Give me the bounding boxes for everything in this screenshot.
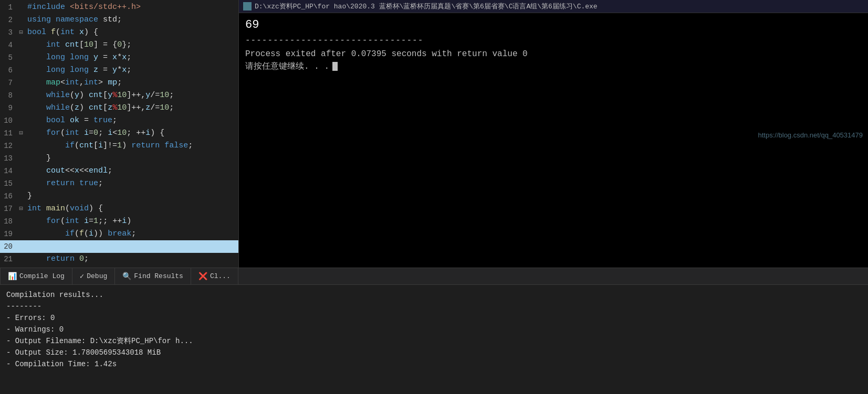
code-line-14: 14 cout<<x<<endl; (0, 165, 238, 177)
line-content-4: int cnt[10] = {0}; (25, 39, 131, 51)
line-num-12: 12 (0, 140, 17, 152)
term-process-line: Process exited after 0.07395 seconds wit… (245, 49, 862, 59)
line-num-8: 8 (0, 89, 17, 102)
compile-line-size: - Output Size: 1.78005695343018 MiB (6, 347, 862, 358)
line-num-3: 3 (0, 26, 17, 39)
line-content-19: if(f(i)) break; (25, 228, 136, 240)
line-content-1: #include <bits/stdc++.h> (25, 1, 141, 14)
code-line-20: 20 (0, 240, 238, 253)
code-line-2: 2 using namespace std; (0, 14, 238, 26)
line-num-19: 19 (0, 228, 17, 240)
line-num-5: 5 (0, 51, 17, 64)
terminal-wrapper: D:\xzc资料PC_HP\for hao\2020.3 蓝桥杯\蓝桥杯历届真题… (239, 0, 868, 268)
code-line-10: 10 bool ok = true; (0, 114, 238, 127)
code-line-19: 19 if(f(i)) break; (0, 228, 238, 240)
bottom-tabs: 📊 Compile Log ✓ Debug 🔍 Find Results ❌ C… (0, 268, 868, 285)
terminal-title: D:\xzc资料PC_HP\for hao\2020.3 蓝桥杯\蓝桥杯历届真题… (255, 2, 598, 11)
tab-debug-label: Debug (87, 272, 107, 280)
compile-line-time: - Compilation Time: 1.42s (6, 358, 862, 370)
compile-line-1: Compilation results... (6, 289, 862, 301)
term-continue-line: 请按任意键继续. . . (245, 61, 862, 72)
line-content-2: using namespace std; (25, 14, 122, 26)
code-editor: 1 #include <bits/stdc++.h> 2 using names… (0, 0, 239, 268)
line-num-4: 4 (0, 39, 17, 51)
line-content-21: return 0; (25, 253, 89, 265)
code-line-1: 1 #include <bits/stdc++.h> (0, 1, 238, 14)
line-num-15: 15 (0, 177, 17, 190)
close-tab-icon: ❌ (198, 272, 207, 281)
line-content-8: while(y) cnt[y%10]++,y/=10; (25, 89, 174, 102)
code-line-18: 18 for(int i=1;; ++i) (0, 215, 238, 228)
code-line-17: 17 ⊟ int main(void) { (0, 203, 238, 215)
line-num-7: 7 (0, 77, 17, 89)
code-line-3: 3 ⊟ bool f(int x) { (0, 26, 238, 39)
line-num-1: 1 (0, 1, 17, 14)
line-content-17: int main(void) { (25, 203, 103, 215)
term-output-number: 69 (245, 18, 862, 31)
code-line-8: 8 while(y) cnt[y%10]++,y/=10; (0, 89, 238, 102)
line-num-14: 14 (0, 165, 17, 177)
line-content-13: } (25, 152, 51, 165)
line-content-7: map<int,int> mp; (25, 77, 122, 89)
bottom-panel: 📊 Compile Log ✓ Debug 🔍 Find Results ❌ C… (0, 268, 868, 394)
line-num-20: 20 (0, 240, 17, 253)
line-content-3: bool f(int x) { (25, 26, 98, 39)
line-num-22: 22 (0, 265, 17, 268)
code-line-6: 6 long long z = y*x; (0, 64, 238, 77)
line-num-13: 13 (0, 152, 17, 165)
line-num-18: 18 (0, 215, 17, 228)
tab-find-results[interactable]: 🔍 Find Results (115, 268, 191, 285)
line-content-18: for(int i=1;; ++i) (25, 215, 131, 228)
code-line-5: 5 long long y = x*x; (0, 51, 238, 64)
code-line-7: 7 map<int,int> mp; (0, 77, 238, 89)
line-content-22: } (25, 265, 32, 268)
line-content-16: } (25, 190, 32, 203)
line-content-15: return true; (25, 177, 103, 190)
code-line-12: 12 if(cnt[i]!=1) return false; (0, 140, 238, 152)
terminal-titlebar: D:\xzc资料PC_HP\for hao\2020.3 蓝桥杯\蓝桥杯历届真题… (239, 0, 868, 13)
line-content-14: cout<<x<<endl; (25, 165, 112, 177)
tab-debug[interactable]: ✓ Debug (72, 268, 115, 285)
compile-line-filename: - Output Filename: D:\xzc资料PC_HP\for h..… (6, 335, 862, 347)
code-line-21: 21 return 0; (0, 253, 238, 265)
compile-line-errors: - Errors: 0 (6, 312, 862, 324)
line-num-21: 21 (0, 253, 17, 265)
term-cursor (332, 62, 338, 71)
tab-close[interactable]: ❌ Cl... (191, 268, 238, 285)
term-divider: -------------------------------- (245, 36, 862, 45)
code-line-4: 4 int cnt[10] = {0}; (0, 39, 238, 51)
code-line-11: 11 ⊟ for(int i=0; i<10; ++i) { (0, 127, 238, 140)
code-lines: 1 #include <bits/stdc++.h> 2 using names… (0, 0, 238, 268)
line-num-10: 10 (0, 114, 17, 127)
code-line-13: 13 } (0, 152, 238, 165)
line-num-11: 11 (0, 127, 17, 140)
line-content-9: while(z) cnt[z%10]++,z/=10; (25, 102, 174, 114)
compile-line-warnings: - Warnings: 0 (6, 324, 862, 335)
line-num-9: 9 (0, 102, 17, 114)
debug-icon: ✓ (80, 272, 84, 281)
line-content-10: bool ok = true; (25, 114, 117, 127)
term-continue-text: 请按任意键继续. . . (245, 61, 329, 72)
compile-log-icon: 📊 (8, 272, 17, 281)
line-num-17: 17 (0, 203, 17, 215)
line-num-6: 6 (0, 64, 17, 77)
code-line-16: 16 } (0, 190, 238, 203)
line-num-16: 16 (0, 190, 17, 203)
terminal-window-icon (243, 2, 252, 10)
tab-compile-log[interactable]: 📊 Compile Log (0, 268, 72, 285)
main-area: 1 #include <bits/stdc++.h> 2 using names… (0, 0, 868, 268)
line-num-2: 2 (0, 14, 17, 26)
code-line-15: 15 return true; (0, 177, 238, 190)
code-line-9: 9 while(z) cnt[z%10]++,z/=10; (0, 102, 238, 114)
line-content-12: if(cnt[i]!=1) return false; (25, 140, 193, 152)
fold-3: ⊟ (17, 26, 25, 39)
fold-17: ⊟ (17, 203, 25, 215)
tab-find-results-label: Find Results (134, 272, 183, 280)
terminal-body: 69 -------------------------------- Proc… (239, 13, 868, 268)
tab-close-label: Cl... (210, 272, 231, 280)
bottom-content: Compilation results... -------- - Errors… (0, 285, 868, 394)
find-results-icon: 🔍 (122, 272, 131, 281)
compile-line-2: -------- (6, 301, 862, 312)
line-content-5: long long y = x*x; (25, 51, 131, 64)
watermark: https://blog.csdn.net/qq_40531479 (758, 131, 863, 139)
